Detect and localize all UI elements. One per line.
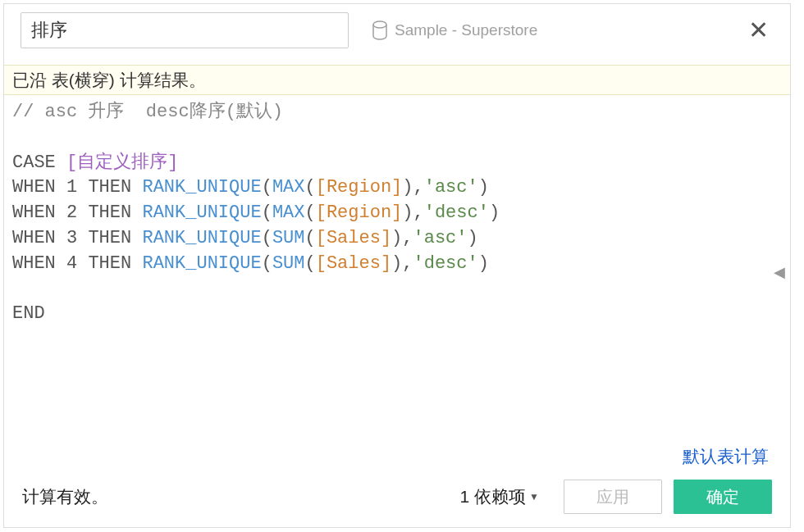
when-value: 1 <box>66 177 77 198</box>
order-string: 'asc' <box>424 177 478 198</box>
order-string: 'desc' <box>413 253 478 274</box>
agg-name: SUM <box>272 253 305 274</box>
func-name: RANK_UNIQUE <box>142 253 261 274</box>
order-string: 'asc' <box>413 228 468 248</box>
when-kw: WHEN <box>12 253 56 274</box>
link-row: 默认表计算 <box>4 442 790 471</box>
when-kw: WHEN <box>12 228 56 248</box>
apply-button[interactable]: 应用 <box>564 480 662 514</box>
chevron-down-icon: ▼ <box>529 491 539 502</box>
close-button[interactable]: ✕ <box>743 18 774 43</box>
param-field: [Region] <box>316 177 403 198</box>
expand-arrow-icon[interactable]: ◀ <box>774 263 785 281</box>
dependencies-dropdown[interactable]: 1 依赖项 ▼ <box>460 485 539 508</box>
compute-banner: 已沿 表(横穿) 计算结果。 <box>4 65 790 95</box>
when-value: 2 <box>66 202 77 223</box>
end-keyword: END <box>12 303 45 324</box>
agg-name: MAX <box>272 202 305 223</box>
when-value: 3 <box>66 228 77 248</box>
status-text: 计算有效。 <box>22 485 449 508</box>
field-ref: [自定义排序] <box>66 152 178 173</box>
database-icon <box>372 20 388 40</box>
func-name: RANK_UNIQUE <box>142 177 261 198</box>
dialog-header: Sample - Superstore ✕ <box>4 4 790 65</box>
func-name: RANK_UNIQUE <box>142 228 261 248</box>
calc-name-input[interactable] <box>21 12 349 48</box>
then-kw: THEN <box>88 228 131 248</box>
then-kw: THEN <box>88 177 131 198</box>
svg-point-0 <box>373 21 386 28</box>
then-kw: THEN <box>88 253 131 274</box>
when-kw: WHEN <box>12 202 56 223</box>
datasource-label: Sample - Superstore <box>372 20 720 40</box>
when-value: 4 <box>66 253 77 274</box>
param-field: [Sales] <box>316 228 391 248</box>
deps-label: 1 依赖项 <box>460 485 527 508</box>
then-kw: THEN <box>88 202 131 223</box>
case-keyword: CASE <box>12 152 56 173</box>
ok-button[interactable]: 确定 <box>674 480 772 514</box>
calc-editor-dialog: Sample - Superstore ✕ 已沿 表(横穿) 计算结果。 // … <box>3 3 791 528</box>
agg-name: SUM <box>272 228 305 248</box>
when-kw: WHEN <box>12 177 56 198</box>
param-field: [Region] <box>316 202 403 223</box>
func-name: RANK_UNIQUE <box>142 202 261 223</box>
agg-name: MAX <box>272 177 305 198</box>
code-comment: // asc 升序 desc降序(默认) <box>12 102 283 122</box>
param-field: [Sales] <box>316 253 391 274</box>
default-table-calc-link[interactable]: 默认表计算 <box>683 447 769 466</box>
formula-editor[interactable]: // asc 升序 desc降序(默认) CASE [自定义排序] WHEN 1… <box>4 95 790 442</box>
order-string: 'desc' <box>424 202 489 223</box>
datasource-name: Sample - Superstore <box>395 21 537 39</box>
dialog-footer: 计算有效。 1 依赖项 ▼ 应用 确定 <box>4 471 790 527</box>
